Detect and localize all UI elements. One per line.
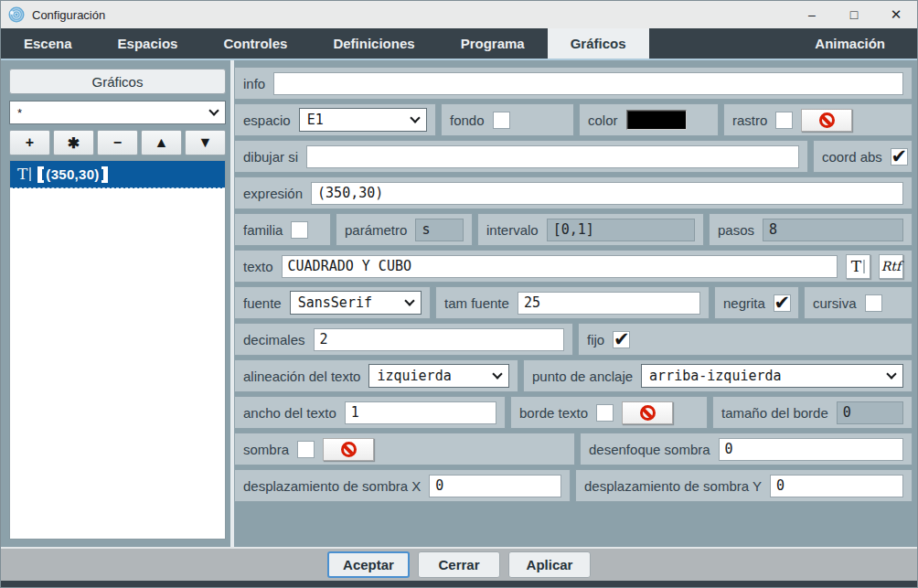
chevron-down-icon	[410, 112, 420, 123]
add-button[interactable]: +	[9, 130, 50, 155]
window-controls: – □ ✕	[791, 1, 917, 28]
close-button[interactable]: Cerrar	[418, 551, 500, 578]
tab-espacios[interactable]: Espacios	[95, 28, 201, 59]
info-input[interactable]	[273, 72, 903, 95]
rastro-color-button[interactable]	[801, 109, 852, 132]
rastro-cell: rastro	[723, 103, 913, 136]
desenfoque-cell: desenfoque sombra	[580, 433, 913, 465]
maximize-icon[interactable]: □	[833, 1, 875, 28]
move-up-button[interactable]: ▲	[141, 130, 182, 155]
texto-input[interactable]	[282, 255, 838, 278]
parametro-input	[415, 219, 464, 241]
despl-y-input[interactable]	[770, 475, 903, 497]
tab-escena[interactable]: Escena	[1, 28, 95, 59]
descartes-logo-icon	[8, 6, 25, 23]
remove-button[interactable]: −	[97, 130, 138, 155]
graphics-toolbar: + ✱ − ▲ ▼	[9, 130, 226, 155]
color-label: color	[588, 112, 618, 128]
familia-label: familia	[243, 222, 283, 238]
bracket-open-icon	[37, 166, 44, 183]
close-icon[interactable]: ✕	[875, 1, 917, 28]
texto-cell: texto T Rtf	[234, 250, 913, 283]
list-item[interactable]: T (350,30)	[10, 161, 225, 188]
pasos-input	[763, 219, 903, 241]
cursiva-checkbox[interactable]	[865, 294, 882, 312]
coord-abs-checkbox[interactable]: ✔	[891, 148, 908, 166]
move-down-button[interactable]: ▼	[185, 130, 226, 155]
chevron-down-icon	[208, 105, 219, 115]
rastro-checkbox[interactable]	[775, 112, 793, 129]
list-item-label: (350,30)	[37, 166, 107, 183]
alineacion-cell: alineación del texto izquierda	[234, 359, 518, 392]
tam-fuente-cell: tam fuente	[435, 286, 710, 319]
borde-texto-checkbox[interactable]	[596, 404, 614, 422]
fuente-label: fuente	[243, 295, 282, 311]
borde-texto-cell: borde texto	[510, 396, 708, 429]
tab-graficos[interactable]: Gráficos	[548, 28, 649, 59]
text-item-icon: T	[17, 166, 31, 182]
negrita-checkbox[interactable]: ✔	[774, 294, 791, 312]
plain-text-button[interactable]: T	[846, 254, 870, 279]
rtf-text-button[interactable]: Rtf	[879, 254, 903, 279]
chevron-down-icon	[404, 295, 414, 305]
ancho-texto-input[interactable]	[345, 401, 496, 424]
tam-fuente-input[interactable]	[518, 292, 700, 315]
configuration-window: Configuración – □ ✕ Escena Espacios Cont…	[0, 0, 918, 588]
parametro-label: parámetro	[345, 222, 407, 238]
desenfoque-label: desenfoque sombra	[589, 442, 710, 457]
dibujar-si-input[interactable]	[306, 145, 799, 168]
sombra-color-button[interactable]	[323, 438, 374, 461]
graphics-panel-header: Gráficos	[9, 69, 226, 94]
tab-animacion[interactable]: Animación	[792, 28, 908, 59]
familia-checkbox[interactable]	[291, 221, 308, 239]
title-bar: Configuración – □ ✕	[1, 1, 917, 28]
footer-bar: Aceptar Cerrar Aplicar	[1, 547, 917, 581]
color-cell: color	[579, 103, 719, 136]
chevron-down-icon	[492, 369, 502, 379]
accept-button[interactable]: Aceptar	[327, 551, 410, 578]
expresion-input[interactable]	[311, 182, 903, 205]
despl-x-cell: desplazamiento de sombra X	[234, 469, 571, 502]
desenfoque-input[interactable]	[719, 438, 903, 461]
parametro-cell: parámetro	[336, 213, 473, 246]
fuente-select[interactable]: SansSerif	[290, 291, 422, 315]
cursiva-label: cursiva	[813, 295, 857, 311]
window-title: Configuración	[32, 8, 105, 22]
fondo-checkbox[interactable]	[493, 112, 510, 129]
sombra-checkbox[interactable]	[297, 441, 315, 458]
duplicate-button[interactable]: ✱	[53, 130, 94, 155]
borde-texto-color-button[interactable]	[622, 401, 673, 424]
color-swatch[interactable]	[626, 110, 687, 130]
info-label: info	[243, 76, 265, 91]
no-entry-icon	[819, 112, 835, 128]
anclaje-select[interactable]: arriba-izquierda	[641, 364, 903, 388]
rastro-label: rastro	[732, 112, 767, 128]
decimales-input[interactable]	[314, 328, 564, 351]
despl-x-input[interactable]	[429, 475, 561, 497]
apply-button[interactable]: Aplicar	[508, 551, 591, 578]
negrita-label: negrita	[723, 295, 765, 311]
cursiva-cell: cursiva	[804, 286, 913, 319]
tab-definiciones[interactable]: Definiciones	[310, 28, 437, 59]
anclaje-cell: punto de anclaje arriba-izquierda	[523, 359, 913, 392]
familia-cell: familia	[234, 213, 331, 246]
dibujar-si-cell: dibujar si	[234, 140, 808, 173]
pasos-cell: pasos	[709, 213, 913, 246]
sombra-label: sombra	[243, 442, 289, 457]
alineacion-select[interactable]: izquierda	[368, 364, 509, 388]
espacio-select[interactable]: E1	[299, 108, 427, 132]
graphics-filter-select[interactable]: *	[9, 101, 226, 124]
intervalo-cell: intervalo	[477, 213, 704, 246]
fuente-cell: fuente SansSerif	[234, 286, 431, 319]
tab-programa[interactable]: Programa	[438, 28, 548, 59]
tab-bar: Escena Espacios Controles Definiciones P…	[1, 28, 917, 60]
espacio-label: espacio	[243, 112, 291, 128]
fijo-label: fijo	[587, 332, 604, 347]
bracket-close-icon	[101, 166, 108, 183]
intervalo-input	[547, 219, 695, 241]
minimize-icon[interactable]: –	[791, 1, 833, 28]
espacio-value: E1	[307, 112, 406, 128]
tab-controles[interactable]: Controles	[200, 28, 310, 59]
fondo-cell: fondo	[441, 103, 574, 136]
fijo-checkbox[interactable]: ✔	[613, 331, 630, 348]
